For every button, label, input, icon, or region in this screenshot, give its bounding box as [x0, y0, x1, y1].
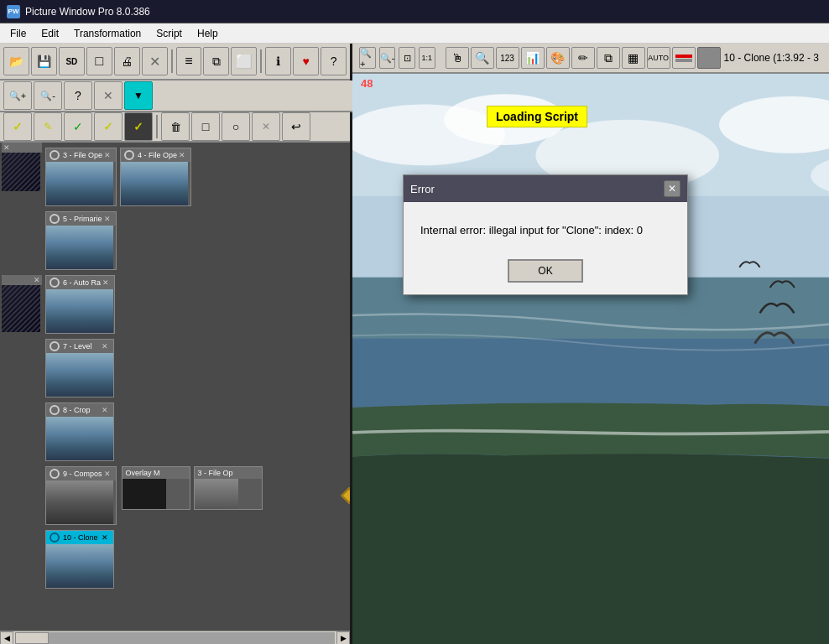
auto-tool[interactable]: AUTO	[647, 47, 670, 69]
favorite-button[interactable]: ♥	[293, 47, 319, 75]
left-card-2-close[interactable]: ✕	[34, 276, 40, 284]
workflow-card-overlay: Overlay M	[122, 466, 190, 510]
card-8-thumb	[46, 417, 113, 460]
menu-file[interactable]: File	[3, 26, 33, 41]
workflow-row-3: 6 - Auto Ra ✕	[44, 273, 347, 335]
palette-tool[interactable]: 🎨	[546, 47, 570, 69]
left-panel: 📂 💾 SD □ 🖨 ✕ ≡ ⧉ ⬜ ℹ ♥ ? 🔍+ 🔍- ? ✕ ▼ ✓ ✎	[0, 44, 352, 644]
card-7-close[interactable]: ✕	[100, 342, 110, 351]
check-yellow-3[interactable]: ✓	[124, 112, 153, 141]
card-8-radio[interactable]	[50, 405, 60, 415]
workflow-card-5: 5 - Primarie ✕	[45, 211, 117, 270]
back-button[interactable]: ↩	[282, 112, 310, 141]
fileop-header: 3 - File Op	[195, 467, 262, 479]
bottom-scrollbar: ◀ ▶	[0, 631, 350, 644]
connector-diamond	[341, 487, 350, 504]
check-pencil[interactable]: ✎	[34, 112, 62, 141]
app-icon: PW	[7, 5, 20, 18]
card-4-close[interactable]: ✕	[177, 151, 187, 159]
menu-transformation[interactable]: Transformation	[67, 26, 148, 41]
menu-help[interactable]: Help	[190, 26, 225, 41]
action-toolbar: ✓ ✎ ✓ ✓ ✓ 🗑 □ ○ ✕ ↩	[0, 112, 350, 143]
menu-script[interactable]: Script	[149, 26, 189, 41]
help-left[interactable]: ?	[64, 81, 92, 110]
img-zoom-out[interactable]: 🔍-	[379, 47, 396, 69]
card-4-radio[interactable]	[124, 150, 134, 160]
ok-button[interactable]: OK	[508, 259, 583, 283]
img-1to1[interactable]: 1:1	[419, 47, 435, 69]
background-image	[352, 74, 829, 644]
card-9-radio[interactable]	[50, 469, 60, 479]
zoom-in-left[interactable]: 🔍+	[3, 81, 32, 110]
sd-button[interactable]: SD	[59, 47, 85, 75]
error-close-button[interactable]: ✕	[664, 180, 680, 197]
magnify-tool[interactable]: 🔍	[471, 47, 494, 69]
split-tool[interactable]: ⧉	[597, 47, 620, 69]
secondary-toolbar: 🔍+ 🔍- ? ✕ ▼	[0, 80, 352, 112]
loading-script-label: Loading Script	[487, 106, 587, 127]
info-button[interactable]: ℹ	[265, 47, 291, 75]
grid-tool[interactable]: ▦	[622, 47, 645, 69]
new-button[interactable]: ⬜	[231, 47, 257, 75]
blank-button[interactable]: □	[86, 47, 112, 75]
delete-button[interactable]: 🗑	[161, 112, 190, 141]
scroll-right-btn[interactable]: ▶	[336, 631, 350, 645]
cursor-tool[interactable]: 🖱	[446, 47, 469, 69]
card-3-close[interactable]: ✕	[102, 151, 112, 159]
left-card-1-close[interactable]: ✕	[3, 143, 10, 152]
card-5-radio[interactable]	[50, 214, 60, 224]
workflow-card-9-header: 9 - Compos ✕	[46, 467, 116, 480]
help-button[interactable]: ?	[321, 47, 347, 75]
crop-x-button[interactable]: ✕	[252, 112, 280, 141]
red-number: 48	[357, 75, 376, 91]
menu-edit[interactable]: Edit	[34, 26, 65, 41]
card-6-close[interactable]: ✕	[101, 278, 111, 287]
card-3-label: 3 - File Ope	[63, 151, 102, 159]
img-zoom-in[interactable]: 🔍+	[359, 47, 376, 69]
card-9-close[interactable]: ✕	[102, 470, 112, 478]
grey-tool[interactable]	[697, 47, 721, 69]
pencil-tool[interactable]: ✏	[571, 47, 595, 69]
check-yellow-1[interactable]: ✓	[3, 112, 32, 141]
rect-button[interactable]: □	[191, 112, 220, 141]
card-10-radio[interactable]	[50, 532, 60, 543]
circle-button[interactable]: ○	[222, 112, 250, 141]
action-sep	[156, 115, 158, 138]
overlay-header: Overlay M	[123, 467, 190, 479]
workflow-card-9: 9 - Compos ✕	[45, 466, 117, 525]
scroll-left-btn[interactable]: ◀	[0, 631, 13, 645]
red-bar-tool[interactable]	[672, 47, 696, 69]
save-button[interactable]: 💾	[31, 47, 57, 75]
close-button[interactable]: ✕	[142, 47, 168, 75]
card-10-close[interactable]: ✕	[100, 533, 110, 542]
workflow-row-2: 5 - Primarie ✕	[44, 210, 347, 272]
zoom-out-left[interactable]: 🔍-	[34, 81, 62, 110]
check-yellow-2[interactable]: ✓	[94, 112, 123, 141]
list-button[interactable]: ≡	[176, 47, 202, 75]
open-button[interactable]: 📂	[3, 47, 29, 75]
print-button[interactable]: 🖨	[114, 47, 140, 75]
copy-button[interactable]: ⧉	[203, 47, 229, 75]
card-3-radio[interactable]	[50, 150, 60, 160]
card-8-close[interactable]: ✕	[100, 406, 110, 414]
workflow-row-1: 3 - File Ope ✕ 4 - File Ope ✕	[44, 146, 347, 208]
workflow-row-5: 8 - Crop ✕	[44, 401, 347, 463]
scroll-track[interactable]	[15, 632, 335, 644]
scroll-thumb[interactable]	[15, 632, 49, 644]
img-fit[interactable]: ⊡	[399, 47, 415, 69]
image-toolbar: 🔍+ 🔍- ⊡ 1:1 🖱 🔍 123 📊 🎨 ✏ ⧉ ▦ AUTO	[352, 44, 829, 74]
workflow-card-4-header: 4 - File Ope ✕	[121, 148, 190, 162]
card-7-radio[interactable]	[50, 341, 60, 351]
menu-bar: File Edit Transformation Script Help	[0, 23, 829, 44]
histogram-tool[interactable]: 📊	[521, 47, 545, 69]
card-6-radio[interactable]	[50, 278, 60, 288]
check-green[interactable]: ✓	[64, 112, 92, 141]
close-left[interactable]: ✕	[94, 81, 123, 110]
card-8-label: 8 - Crop	[63, 406, 100, 414]
workflow-row-4: 7 - Level ✕	[44, 337, 347, 399]
workflow-card-fileop: 3 - File Op	[194, 466, 263, 510]
card-5-close[interactable]: ✕	[102, 215, 112, 223]
card-7-label: 7 - Level	[63, 342, 100, 351]
number-tool[interactable]: 123	[496, 47, 519, 69]
dropdown-left[interactable]: ▼	[124, 81, 153, 110]
